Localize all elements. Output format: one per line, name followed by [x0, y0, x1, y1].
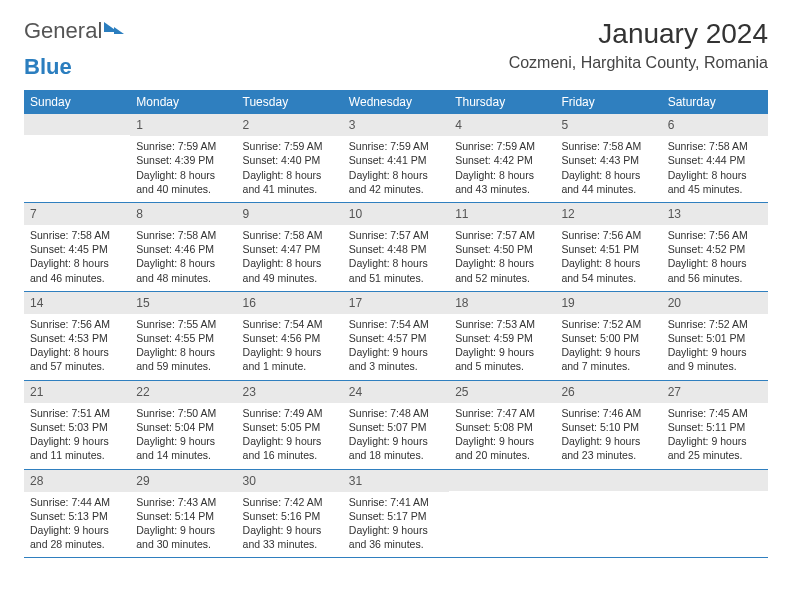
day-number: 1	[130, 114, 236, 136]
sunset-text: Sunset: 4:48 PM	[349, 242, 443, 256]
sunrise-text: Sunrise: 7:49 AM	[243, 406, 337, 420]
week-row: 21Sunrise: 7:51 AMSunset: 5:03 PMDayligh…	[24, 381, 768, 470]
daylight-text: Daylight: 9 hours and 5 minutes.	[455, 345, 549, 373]
day-number	[555, 470, 661, 491]
day-number: 25	[449, 381, 555, 403]
day-cell: 5Sunrise: 7:58 AMSunset: 4:43 PMDaylight…	[555, 114, 661, 202]
sunset-text: Sunset: 4:53 PM	[30, 331, 124, 345]
day-body: Sunrise: 7:50 AMSunset: 5:04 PMDaylight:…	[130, 403, 236, 469]
day-body: Sunrise: 7:52 AMSunset: 5:01 PMDaylight:…	[662, 314, 768, 380]
sunrise-text: Sunrise: 7:54 AM	[243, 317, 337, 331]
day-number	[662, 470, 768, 491]
day-cell: 12Sunrise: 7:56 AMSunset: 4:51 PMDayligh…	[555, 203, 661, 291]
day-cell: 30Sunrise: 7:42 AMSunset: 5:16 PMDayligh…	[237, 470, 343, 558]
sunset-text: Sunset: 4:46 PM	[136, 242, 230, 256]
day-body: Sunrise: 7:44 AMSunset: 5:13 PMDaylight:…	[24, 492, 130, 558]
sunset-text: Sunset: 4:39 PM	[136, 153, 230, 167]
sunrise-text: Sunrise: 7:54 AM	[349, 317, 443, 331]
daylight-text: Daylight: 9 hours and 28 minutes.	[30, 523, 124, 551]
sunset-text: Sunset: 5:14 PM	[136, 509, 230, 523]
day-number: 8	[130, 203, 236, 225]
sunrise-text: Sunrise: 7:47 AM	[455, 406, 549, 420]
sunrise-text: Sunrise: 7:51 AM	[30, 406, 124, 420]
day-body: Sunrise: 7:57 AMSunset: 4:48 PMDaylight:…	[343, 225, 449, 291]
sunrise-text: Sunrise: 7:58 AM	[243, 228, 337, 242]
sunrise-text: Sunrise: 7:58 AM	[561, 139, 655, 153]
sunset-text: Sunset: 5:11 PM	[668, 420, 762, 434]
day-body: Sunrise: 7:42 AMSunset: 5:16 PMDaylight:…	[237, 492, 343, 558]
day-cell: 29Sunrise: 7:43 AMSunset: 5:14 PMDayligh…	[130, 470, 236, 558]
sunrise-text: Sunrise: 7:59 AM	[455, 139, 549, 153]
day-cell	[555, 470, 661, 558]
day-number: 21	[24, 381, 130, 403]
daylight-text: Daylight: 8 hours and 44 minutes.	[561, 168, 655, 196]
sunset-text: Sunset: 5:00 PM	[561, 331, 655, 345]
daylight-text: Daylight: 8 hours and 52 minutes.	[455, 256, 549, 284]
day-cell	[24, 114, 130, 202]
sunrise-text: Sunrise: 7:43 AM	[136, 495, 230, 509]
day-number: 20	[662, 292, 768, 314]
daylight-text: Daylight: 8 hours and 59 minutes.	[136, 345, 230, 373]
sunset-text: Sunset: 5:03 PM	[30, 420, 124, 434]
sunset-text: Sunset: 5:05 PM	[243, 420, 337, 434]
day-cell: 13Sunrise: 7:56 AMSunset: 4:52 PMDayligh…	[662, 203, 768, 291]
daylight-text: Daylight: 9 hours and 11 minutes.	[30, 434, 124, 462]
day-cell: 25Sunrise: 7:47 AMSunset: 5:08 PMDayligh…	[449, 381, 555, 469]
weekday-header: Friday	[555, 90, 661, 114]
daylight-text: Daylight: 9 hours and 9 minutes.	[668, 345, 762, 373]
day-number: 2	[237, 114, 343, 136]
day-body: Sunrise: 7:43 AMSunset: 5:14 PMDaylight:…	[130, 492, 236, 558]
logo: General	[24, 18, 124, 44]
day-cell: 27Sunrise: 7:45 AMSunset: 5:11 PMDayligh…	[662, 381, 768, 469]
day-number: 28	[24, 470, 130, 492]
calendar: Sunday Monday Tuesday Wednesday Thursday…	[24, 90, 768, 558]
week-row: 14Sunrise: 7:56 AMSunset: 4:53 PMDayligh…	[24, 292, 768, 381]
day-cell: 1Sunrise: 7:59 AMSunset: 4:39 PMDaylight…	[130, 114, 236, 202]
day-cell: 20Sunrise: 7:52 AMSunset: 5:01 PMDayligh…	[662, 292, 768, 380]
logo-text-1: General	[24, 18, 102, 44]
day-body: Sunrise: 7:56 AMSunset: 4:53 PMDaylight:…	[24, 314, 130, 380]
sunset-text: Sunset: 5:04 PM	[136, 420, 230, 434]
sunrise-text: Sunrise: 7:41 AM	[349, 495, 443, 509]
sunset-text: Sunset: 4:42 PM	[455, 153, 549, 167]
day-body: Sunrise: 7:57 AMSunset: 4:50 PMDaylight:…	[449, 225, 555, 291]
day-body: Sunrise: 7:56 AMSunset: 4:51 PMDaylight:…	[555, 225, 661, 291]
day-cell: 7Sunrise: 7:58 AMSunset: 4:45 PMDaylight…	[24, 203, 130, 291]
weekday-header: Saturday	[662, 90, 768, 114]
sunset-text: Sunset: 5:08 PM	[455, 420, 549, 434]
sunrise-text: Sunrise: 7:58 AM	[668, 139, 762, 153]
day-cell: 23Sunrise: 7:49 AMSunset: 5:05 PMDayligh…	[237, 381, 343, 469]
day-number: 27	[662, 381, 768, 403]
day-body: Sunrise: 7:49 AMSunset: 5:05 PMDaylight:…	[237, 403, 343, 469]
sunrise-text: Sunrise: 7:53 AM	[455, 317, 549, 331]
day-body: Sunrise: 7:48 AMSunset: 5:07 PMDaylight:…	[343, 403, 449, 469]
daylight-text: Daylight: 8 hours and 45 minutes.	[668, 168, 762, 196]
daylight-text: Daylight: 9 hours and 30 minutes.	[136, 523, 230, 551]
day-number: 3	[343, 114, 449, 136]
weekday-header: Sunday	[24, 90, 130, 114]
weekday-header: Wednesday	[343, 90, 449, 114]
sunrise-text: Sunrise: 7:45 AM	[668, 406, 762, 420]
day-cell: 22Sunrise: 7:50 AMSunset: 5:04 PMDayligh…	[130, 381, 236, 469]
sunrise-text: Sunrise: 7:48 AM	[349, 406, 443, 420]
sunrise-text: Sunrise: 7:50 AM	[136, 406, 230, 420]
daylight-text: Daylight: 8 hours and 46 minutes.	[30, 256, 124, 284]
day-number: 11	[449, 203, 555, 225]
day-cell: 15Sunrise: 7:55 AMSunset: 4:55 PMDayligh…	[130, 292, 236, 380]
day-cell: 18Sunrise: 7:53 AMSunset: 4:59 PMDayligh…	[449, 292, 555, 380]
day-number: 5	[555, 114, 661, 136]
weekday-header: Tuesday	[237, 90, 343, 114]
week-row: 7Sunrise: 7:58 AMSunset: 4:45 PMDaylight…	[24, 203, 768, 292]
sunset-text: Sunset: 5:17 PM	[349, 509, 443, 523]
daylight-text: Daylight: 9 hours and 1 minute.	[243, 345, 337, 373]
day-cell: 24Sunrise: 7:48 AMSunset: 5:07 PMDayligh…	[343, 381, 449, 469]
day-body: Sunrise: 7:58 AMSunset: 4:43 PMDaylight:…	[555, 136, 661, 202]
day-body: Sunrise: 7:45 AMSunset: 5:11 PMDaylight:…	[662, 403, 768, 469]
day-cell: 8Sunrise: 7:58 AMSunset: 4:46 PMDaylight…	[130, 203, 236, 291]
daylight-text: Daylight: 9 hours and 7 minutes.	[561, 345, 655, 373]
day-body: Sunrise: 7:53 AMSunset: 4:59 PMDaylight:…	[449, 314, 555, 380]
sunrise-text: Sunrise: 7:52 AM	[561, 317, 655, 331]
day-number: 22	[130, 381, 236, 403]
day-number: 7	[24, 203, 130, 225]
sunset-text: Sunset: 4:55 PM	[136, 331, 230, 345]
